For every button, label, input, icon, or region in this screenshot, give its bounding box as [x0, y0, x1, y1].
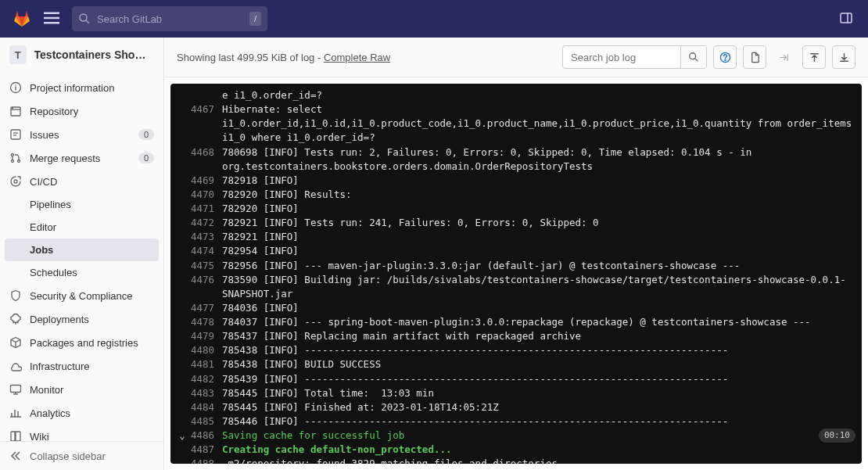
project-name: Testcontainers Showcase — [34, 48, 154, 61]
svg-rect-11 — [11, 130, 20, 139]
svg-point-3 — [80, 14, 87, 21]
job-log-terminal[interactable]: e i1_0.order_id=?4467Hibernate: select i… — [170, 84, 862, 464]
sidebar-item-issues[interactable]: Issues0 — [0, 123, 163, 146]
section-timer: 00:10 — [819, 429, 855, 443]
sidebar-item-label: Security & Compliance — [30, 290, 154, 302]
infrastructure-icon — [9, 360, 22, 372]
help-button[interactable] — [713, 45, 737, 69]
arrow-into-icon — [779, 52, 791, 63]
svg-point-16 — [18, 160, 20, 163]
line-number: 4484 — [188, 400, 222, 414]
log-line: 4483785445 [INFO] Total time: 13:03 min — [170, 386, 862, 400]
log-line: 4487Creating cache default-non_protected… — [170, 443, 862, 457]
collapse-sidebar[interactable]: Collapse sidebar — [0, 441, 163, 470]
svg-rect-2 — [44, 22, 59, 24]
log-content: 780698 [INFO] Tests run: 2, Failures: 0,… — [222, 145, 855, 174]
line-number: 4473 — [188, 230, 222, 244]
log-line: 4472782921 [INFO] Tests run: 241, Failur… — [170, 216, 862, 230]
line-number: 4471 — [188, 202, 222, 216]
sidebar-item-security[interactable]: Security & Compliance — [0, 284, 163, 307]
sidebar-item-wiki[interactable]: Wiki — [0, 425, 163, 441]
job-log-header: Showing last 499.95 KiB of log - Complet… — [164, 38, 868, 77]
sidebar-item-infrastructure[interactable]: Infrastructure — [0, 354, 163, 378]
svg-rect-18 — [11, 386, 21, 393]
log-content: .m2/repository: found 3829 matching file… — [222, 457, 855, 464]
line-number: 4486 — [188, 429, 222, 443]
sidebar-item-repository[interactable]: Repository — [0, 99, 163, 123]
line-number: 4468 — [188, 145, 222, 174]
sidebar-item-label: Issues — [30, 129, 131, 141]
line-number: 4482 — [188, 372, 222, 386]
project-info-icon — [9, 81, 22, 94]
sidebar-item-analytics[interactable]: Analytics — [0, 401, 163, 425]
line-number: 4480 — [188, 343, 222, 357]
project-header[interactable]: T Testcontainers Showcase — [0, 38, 163, 73]
document-icon — [749, 52, 761, 63]
sidebar-item-packages[interactable]: Packages and registries — [0, 331, 163, 354]
line-number: 4479 — [188, 329, 222, 343]
log-line: 4477784036 [INFO] — [170, 301, 862, 315]
badge: 0 — [138, 129, 154, 140]
sidebar-item-merge-requests[interactable]: Merge requests0 — [0, 146, 163, 170]
log-line: 4476783590 [INFO] Building jar: /builds/… — [170, 273, 862, 301]
sidebar-item-label: Merge requests — [30, 152, 131, 164]
hamburger-icon[interactable] — [41, 7, 63, 31]
svg-line-4 — [86, 20, 89, 23]
job-log-search-button[interactable] — [680, 46, 706, 68]
sidebar-subitem-pipelines[interactable]: Pipelines — [0, 193, 163, 216]
gitlab-logo[interactable] — [13, 9, 31, 30]
repository-icon — [9, 105, 22, 117]
log-line: 4482785439 [INFO] ----------------------… — [170, 372, 862, 386]
global-search[interactable]: / — [72, 6, 267, 31]
log-content: 782956 [INFO] --- maven-jar-plugin:3.3.0… — [222, 259, 855, 273]
sidebar-item-label: Project information — [30, 82, 154, 94]
svg-rect-0 — [44, 12, 59, 14]
log-content: Hibernate: select i1_0.order_id,i1_0.id,… — [222, 102, 855, 145]
scroll-follow-button[interactable] — [773, 45, 796, 69]
global-search-input[interactable] — [97, 13, 249, 25]
sidebar-toggle-icon[interactable] — [837, 9, 855, 30]
log-line: 4479785437 [INFO] Replacing main artifac… — [170, 329, 862, 343]
log-content: 785445 [INFO] Total time: 13:03 min — [222, 386, 855, 400]
complete-raw-link[interactable]: Complete Raw — [324, 52, 390, 63]
log-line: 4478784037 [INFO] --- spring-boot-maven-… — [170, 315, 862, 329]
badge: 0 — [138, 152, 154, 163]
line-number: 4470 — [188, 188, 222, 202]
log-line: ⌄4486Saving cache for successful job00:1… — [170, 429, 862, 443]
svg-line-29 — [695, 59, 698, 62]
sidebar-item-label: Infrastructure — [30, 361, 154, 372]
svg-point-15 — [12, 160, 14, 163]
line-number: 4467 — [188, 102, 222, 145]
question-icon — [719, 52, 731, 63]
sidebar-item-monitor[interactable]: Monitor — [0, 378, 163, 401]
sidebar-subitem-jobs[interactable]: Jobs — [5, 239, 159, 261]
line-number — [188, 88, 222, 102]
line-number: 4485 — [188, 414, 222, 429]
raw-log-button[interactable] — [743, 45, 766, 69]
sidebar-item-deployments[interactable]: Deployments — [0, 307, 163, 331]
sidebar-subitem-editor[interactable]: Editor — [0, 216, 163, 239]
log-content: 782921 [INFO] — [222, 230, 855, 244]
log-line: e i1_0.order_id=? — [170, 88, 862, 102]
chevron-down-icon[interactable]: ⌄ — [177, 429, 188, 443]
merge-requests-icon — [9, 152, 22, 164]
log-content: Creating cache default-non_protected... — [222, 443, 855, 457]
collapse-sidebar-label: Collapse sidebar — [30, 450, 106, 462]
log-content: 784037 [INFO] --- spring-boot-maven-plug… — [222, 315, 855, 329]
log-content: 785446 [INFO] --------------------------… — [222, 414, 855, 429]
log-content: 785437 [INFO] Replacing main artifact wi… — [222, 329, 855, 343]
line-number: 4474 — [188, 244, 222, 258]
top-nav: / — [0, 0, 868, 38]
sidebar-item-cicd[interactable]: CI/CD — [0, 170, 163, 193]
job-log-search — [562, 45, 707, 69]
log-content: 785439 [INFO] --------------------------… — [222, 372, 855, 386]
log-content: 785438 [INFO] --------------------------… — [222, 343, 855, 357]
log-content: 783590 [INFO] Building jar: /builds/siva… — [222, 273, 855, 301]
job-log-search-input[interactable] — [563, 48, 680, 67]
scroll-top-button[interactable] — [802, 45, 826, 69]
scroll-bottom-button[interactable] — [832, 45, 855, 69]
sidebar-subitem-schedules[interactable]: Schedules — [0, 261, 163, 284]
log-content: 782920 [INFO] — [222, 202, 855, 216]
log-content: Saving cache for successful job — [222, 429, 812, 443]
sidebar-item-project-info[interactable]: Project information — [0, 76, 163, 99]
